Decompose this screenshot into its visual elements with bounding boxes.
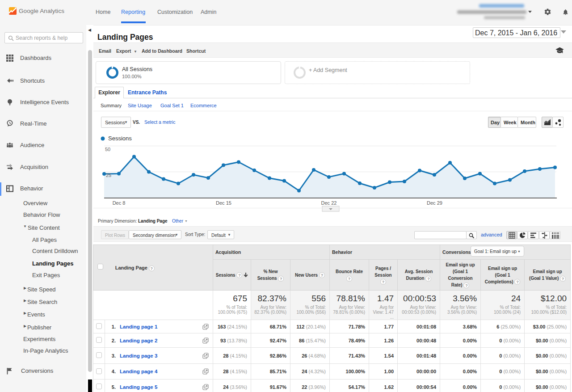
svg-text:Dec 8: Dec 8	[113, 200, 126, 206]
svg-text:Dec 22: Dec 22	[321, 200, 337, 206]
svg-text:Sessions: Sessions	[108, 135, 132, 142]
svg-text:50: 50	[105, 147, 110, 152]
svg-text:25: 25	[106, 173, 111, 178]
svg-text:Dec 15: Dec 15	[216, 200, 231, 206]
svg-text:Dec 29: Dec 29	[427, 200, 442, 206]
